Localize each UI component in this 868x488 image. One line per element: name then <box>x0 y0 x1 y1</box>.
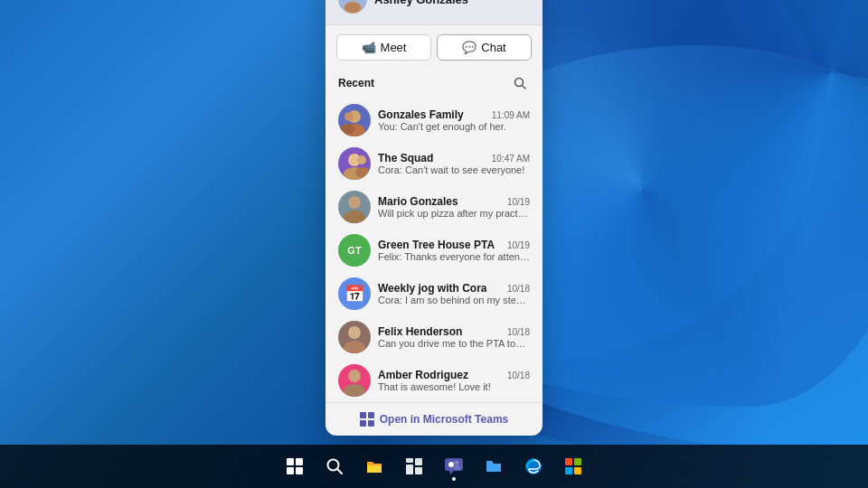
svg-rect-22 <box>360 420 366 427</box>
svg-line-5 <box>523 86 526 89</box>
meet-tab[interactable]: 📹 Meet <box>336 34 431 61</box>
recent-section-header: Recent <box>326 70 542 99</box>
tabs-container: 📹 Meet 💬 Chat <box>326 25 542 70</box>
contact-time: 10/18 <box>507 371 530 380</box>
svg-point-18 <box>348 370 361 382</box>
list-item[interactable]: Gonzales Family 11:09 AM You: Can't get … <box>329 99 539 142</box>
svg-rect-42 <box>565 467 572 474</box>
svg-point-13 <box>355 167 370 178</box>
svg-point-12 <box>357 155 366 164</box>
teams-chat-button[interactable] <box>436 448 472 484</box>
chat-label: Chat <box>481 41 505 54</box>
svg-point-9 <box>340 124 354 135</box>
panel-header: Ashley Gonzales <box>326 0 542 25</box>
start-button[interactable] <box>277 448 313 484</box>
chat-tab[interactable]: 💬 Chat <box>437 34 532 61</box>
contact-time: 10/18 <box>507 327 530 337</box>
open-teams-button[interactable]: Open in Microsoft Teams <box>326 402 542 436</box>
contact-time: 10/19 <box>507 240 530 250</box>
contact-message: Cora: I am so behind on my step goals. <box>378 295 530 305</box>
contact-info: Amber Rodriguez 10/18 That is awesome! L… <box>378 369 530 392</box>
user-avatar <box>338 0 367 14</box>
edge-browser-button[interactable] <box>515 448 552 484</box>
store-button[interactable] <box>555 448 591 484</box>
contact-name: Amber Rodriguez <box>378 369 468 381</box>
svg-point-14 <box>348 196 361 209</box>
avatar <box>338 191 371 223</box>
svg-rect-21 <box>368 412 374 418</box>
svg-rect-34 <box>415 467 422 474</box>
meet-label: Meet <box>381 41 407 54</box>
contact-info: Felix Henderson 10/18 Can you drive me t… <box>378 325 530 349</box>
contact-info: Gonzales Family 11:09 AM You: Can't get … <box>378 108 530 132</box>
avatar <box>338 104 371 136</box>
contact-time: 10/19 <box>507 197 530 207</box>
list-item[interactable]: GT Green Tree House PTA 10/19 Felix: Tha… <box>329 229 539 272</box>
open-teams-label: Open in Microsoft Teams <box>380 413 508 426</box>
contact-message: Can you drive me to the PTA today? <box>378 338 530 349</box>
svg-rect-40 <box>565 458 572 465</box>
svg-rect-24 <box>287 458 294 465</box>
svg-rect-25 <box>296 458 303 465</box>
list-item[interactable]: 📅 Weekly jog with Cora 10/18 Cora: I am … <box>329 272 539 315</box>
contact-info: The Squad 10:47 AM Cora: Can't wait to s… <box>378 152 530 175</box>
search-button[interactable] <box>510 73 530 93</box>
svg-point-19 <box>344 384 365 397</box>
contact-time: 10/18 <box>507 284 530 294</box>
svg-line-29 <box>337 469 342 474</box>
svg-rect-26 <box>287 467 294 474</box>
svg-point-0 <box>347 0 358 1</box>
list-item[interactable]: Amber Rodriguez 10/18 That is awesome! L… <box>329 359 539 402</box>
files-button[interactable] <box>476 448 512 484</box>
avatar: 📅 <box>338 277 371 310</box>
contact-name: Mario Gonzales <box>378 195 458 208</box>
contact-info: Green Tree House PTA 10/19 Felix: Thanks… <box>378 239 530 262</box>
contact-name: Green Tree House PTA <box>378 239 495 251</box>
taskbar <box>0 445 868 488</box>
contact-message: That is awesome! Love it! <box>378 381 530 392</box>
file-explorer-button[interactable] <box>356 448 392 484</box>
svg-point-16 <box>348 326 361 339</box>
list-item[interactable]: Felix Henderson 10/18 Can you drive me t… <box>329 315 539 359</box>
svg-rect-32 <box>415 458 422 465</box>
chat-icon: 💬 <box>462 41 476 54</box>
svg-rect-31 <box>406 458 413 463</box>
contact-message: Will pick up pizza after my practice. <box>378 208 530 219</box>
contact-name: The Squad <box>378 152 433 164</box>
svg-point-15 <box>344 211 365 223</box>
avatar: GT <box>338 234 371 267</box>
svg-rect-43 <box>574 467 581 474</box>
svg-rect-20 <box>360 412 366 418</box>
svg-point-36 <box>448 462 454 467</box>
widgets-button[interactable] <box>396 448 432 484</box>
svg-point-8 <box>344 112 354 121</box>
svg-rect-38 <box>454 465 460 470</box>
list-item[interactable]: Mario Gonzales 10/19 Will pick up pizza … <box>329 185 539 229</box>
avatar <box>338 364 371 397</box>
chat-panel: Ashley Gonzales 📹 Meet 💬 Chat Recent <box>326 0 542 436</box>
avatar <box>338 321 371 353</box>
contact-message: Felix: Thanks everyone for attending tod… <box>378 251 530 262</box>
contact-name: Felix Henderson <box>378 325 462 338</box>
contact-list: Gonzales Family 11:09 AM You: Can't get … <box>326 99 542 402</box>
recent-label: Recent <box>338 77 374 89</box>
list-item[interactable]: The Squad 10:47 AM Cora: Can't wait to s… <box>329 142 539 185</box>
contact-name: Weekly jog with Cora <box>378 282 486 295</box>
contact-info: Weekly jog with Cora 10/18 Cora: I am so… <box>378 282 530 305</box>
search-taskbar-button[interactable] <box>316 448 353 484</box>
contact-name: Gonzales Family <box>378 108 464 121</box>
contact-info: Mario Gonzales 10/19 Will pick up pizza … <box>378 195 530 219</box>
svg-point-37 <box>455 461 459 465</box>
svg-rect-41 <box>574 458 581 465</box>
svg-point-3 <box>344 2 361 13</box>
contact-message: Cora: Can't wait to see everyone! <box>378 164 530 175</box>
svg-point-17 <box>344 341 365 353</box>
user-display-name: Ashley Gonzales <box>374 0 468 6</box>
avatar <box>338 147 371 180</box>
svg-rect-33 <box>406 465 413 474</box>
svg-rect-30 <box>367 465 382 473</box>
contact-time: 10:47 AM <box>492 154 530 164</box>
contact-time: 11:09 AM <box>492 110 530 120</box>
svg-rect-27 <box>296 467 303 474</box>
svg-rect-23 <box>368 420 374 427</box>
